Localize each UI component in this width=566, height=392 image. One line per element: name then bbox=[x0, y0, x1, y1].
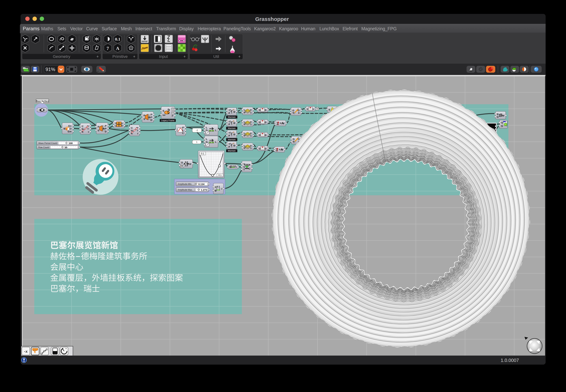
svg-text:Maintain: Maintain bbox=[228, 116, 236, 118]
svg-text:A: A bbox=[215, 186, 217, 188]
svg-text:G: G bbox=[293, 138, 295, 140]
svg-text:Wave Period Count: Wave Period Count bbox=[38, 142, 57, 144]
svg-text:F: F bbox=[172, 114, 173, 117]
svg-text:Base Surface: Base Surface bbox=[36, 100, 49, 102]
svg-text:0:1: 0:1 bbox=[218, 174, 222, 177]
svg-text:P: P bbox=[98, 126, 99, 128]
svg-text:L: L bbox=[182, 129, 184, 132]
svg-text:L: L bbox=[206, 126, 207, 129]
svg-text:S: S bbox=[163, 110, 164, 112]
svg-text:P: P bbox=[105, 125, 106, 127]
svg-text:B: B bbox=[215, 189, 217, 192]
svg-text:Legacy Frame: Legacy Frame bbox=[161, 119, 175, 122]
svg-text:S: S bbox=[243, 166, 245, 168]
svg-text:R: R bbox=[189, 163, 191, 166]
svg-text:L: L bbox=[215, 141, 217, 143]
svg-text:t: t bbox=[137, 132, 138, 135]
svg-text:C: C bbox=[131, 126, 133, 129]
svg-text:B: B bbox=[497, 113, 499, 116]
svg-text:0:1: 0:1 bbox=[201, 152, 204, 155]
svg-text:P: P bbox=[144, 114, 145, 117]
svg-text:L: L bbox=[206, 138, 207, 140]
svg-text:S: S bbox=[144, 118, 145, 120]
svg-text:100: 100 bbox=[69, 142, 73, 145]
svg-text:Amplitude-Min.: Amplitude-Min. bbox=[178, 183, 192, 185]
svg-text:B: B bbox=[63, 127, 65, 130]
svg-text:T: T bbox=[228, 109, 230, 112]
svg-text:P: P bbox=[168, 108, 169, 111]
svg-text:1.0: 1.0 bbox=[185, 164, 188, 167]
svg-text:G: G bbox=[292, 109, 294, 112]
svg-text:S: S bbox=[98, 129, 99, 132]
svg-text:P: P bbox=[228, 134, 230, 137]
svg-text:D: D bbox=[265, 134, 266, 137]
svg-text:L: L bbox=[215, 129, 217, 132]
svg-text:I: I bbox=[221, 187, 222, 190]
svg-text:Row Count: Row Count bbox=[38, 146, 49, 149]
svg-text:=A: =A bbox=[279, 148, 283, 151]
svg-text:P: P bbox=[182, 126, 184, 129]
svg-text:0: 0 bbox=[329, 108, 330, 111]
svg-text:B: B bbox=[233, 133, 235, 136]
svg-text:1: 1 bbox=[196, 141, 197, 143]
svg-text:Maintain: Maintain bbox=[228, 150, 236, 152]
svg-text:1.273: 1.273 bbox=[201, 189, 207, 191]
svg-text:En: En bbox=[68, 125, 72, 127]
svg-text:T: T bbox=[228, 143, 230, 145]
svg-text:P: P bbox=[228, 112, 230, 114]
svg-text:uv: uv bbox=[163, 114, 165, 116]
svg-text:0: 0 bbox=[250, 109, 252, 111]
svg-text:T: T bbox=[137, 129, 138, 132]
svg-text:1: 1 bbox=[250, 134, 252, 137]
svg-text:T: T bbox=[228, 120, 230, 123]
svg-text:t: t bbox=[88, 131, 89, 133]
svg-text:D: D bbox=[181, 161, 183, 164]
svg-text:Amplitude-Max.: Amplitude-Max. bbox=[178, 189, 193, 191]
svg-text:D: D bbox=[497, 116, 499, 118]
svg-text:0.0: 0.0 bbox=[185, 161, 188, 164]
svg-text:P: P bbox=[228, 123, 230, 126]
svg-text:T: T bbox=[228, 132, 230, 134]
svg-text:D: D bbox=[105, 130, 106, 133]
svg-text:=A: =A bbox=[280, 122, 284, 125]
svg-text:C: C bbox=[82, 125, 84, 128]
svg-text:S: S bbox=[501, 125, 503, 127]
svg-text:N: N bbox=[167, 112, 169, 115]
svg-text:Maintain: Maintain bbox=[228, 139, 236, 141]
svg-text:Em: Em bbox=[68, 130, 72, 133]
svg-text:P: P bbox=[228, 145, 230, 148]
svg-text:0 1: 0 1 bbox=[217, 185, 220, 188]
svg-text:B: B bbox=[233, 122, 235, 125]
svg-text:D: D bbox=[150, 119, 152, 121]
svg-text:uvP: uvP bbox=[148, 116, 152, 119]
svg-text:1: 1 bbox=[250, 147, 252, 150]
svg-text:D: D bbox=[265, 147, 266, 150]
svg-text:50: 50 bbox=[65, 146, 67, 149]
svg-text:Maintain: Maintain bbox=[228, 127, 236, 129]
svg-text:L: L bbox=[244, 109, 245, 111]
svg-text:0.134: 0.134 bbox=[198, 183, 205, 185]
svg-text:B: B bbox=[233, 111, 235, 113]
svg-text:T: T bbox=[243, 168, 245, 171]
svg-text:D: D bbox=[265, 109, 266, 112]
svg-text:G: G bbox=[501, 121, 503, 124]
svg-text:D: D bbox=[265, 121, 266, 124]
svg-text:X: X bbox=[298, 112, 300, 114]
svg-text:W: W bbox=[502, 114, 504, 117]
svg-text:uvP: uvP bbox=[102, 127, 106, 130]
svg-text:min max: min max bbox=[230, 165, 237, 167]
svg-text:1: 1 bbox=[250, 123, 252, 126]
svg-text:V: V bbox=[121, 125, 123, 127]
svg-text:B: B bbox=[233, 144, 235, 147]
svg-text:T: T bbox=[87, 128, 89, 130]
svg-text:-1: -1 bbox=[196, 129, 198, 132]
svg-text:✱: ✱ bbox=[181, 165, 183, 167]
svg-text:P: P bbox=[150, 113, 152, 116]
